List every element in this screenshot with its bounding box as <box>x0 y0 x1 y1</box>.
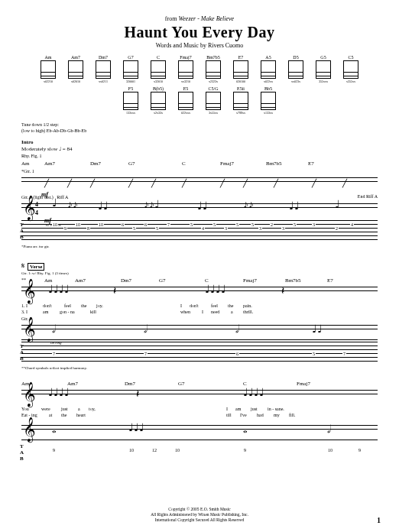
verse2-tab: TAB 9 10 12 10 9 10 9 <box>21 442 378 465</box>
intro-footnote: *Piano arr. for gtr. <box>21 245 378 248</box>
verse2-staff-vocal: 𝄞 ♩♩♩♩ 𝄽 ♩♩♩♩ <box>21 387 378 405</box>
rhy-fig-label: Rhy. Fig. 1 <box>21 154 378 158</box>
chord-Am7: Am7x02010 <box>66 55 86 83</box>
verse2-chords: Am Am7 Dm7 G7 C Fmaj7 <box>21 381 378 387</box>
tab-label-icon: TAB <box>20 343 24 362</box>
treble-clef-icon: 𝄞 <box>23 319 36 340</box>
intro-chords: Am Am7 Dm7 G7 C Fmaj7 Bm7b5 E7 End Rhy. … <box>21 161 378 167</box>
verse1-lyrics-b: 3. I am gon - na kill when I need a thri… <box>21 310 378 314</box>
treble-clef-icon: 𝄞 <box>23 281 36 302</box>
chord-Bm7b5: Bm7b5x2323x <box>203 55 223 83</box>
album-line: from Weezer - Make Believe <box>21 15 378 22</box>
copy-l2: All Rights Administered by Wixen Music P… <box>0 512 399 517</box>
verse-label: Verse <box>28 263 44 271</box>
page-number: 1 <box>377 516 381 524</box>
chord-A5: A5x022xx <box>258 55 278 83</box>
chord-G5: G5355xxx <box>313 55 333 83</box>
gtr1-label: *Gtr. 1 <box>21 169 378 174</box>
chord-C5G: C5/G3x55xx <box>203 86 223 115</box>
verse1-lyrics-a: 1. I don't feel the joy. I don't feel th… <box>21 303 378 308</box>
chord-G7: G7320001 <box>121 55 141 83</box>
copy-l1: Copyright © 2005 E.O. Smith Music <box>0 507 399 512</box>
verse2-lyrics-a: You were just a toy, I am just in - sane… <box>21 407 378 411</box>
treble-clef-icon: 𝄞 <box>23 419 36 440</box>
treble-clef-icon: 𝄞 <box>23 384 36 405</box>
tuning-l1: Tune down 1/2 step: <box>21 122 378 128</box>
tuning-l2: (low to high) Eb-Ab-Db-Gb-Bb-Eb <box>21 128 378 135</box>
verse2-staff-gtr2: 𝄞 𝅝 ♩♩♩ 𝅝 𝅗𝅥 <box>21 422 378 440</box>
verse1-gtr2: Gtr. 2 <box>21 316 378 321</box>
verse1-staff-vocal: 𝄞 ♩♩♩♩ 𝄽 ♩♩♩♩ 𝄽 <box>21 284 378 302</box>
chord-diagrams: Amx02210 Am7x02010 Dm7xx0211 G7320001 Cx… <box>31 55 368 115</box>
intro-tab: TAB 10 9 10 8 10 6 5 6 5 7 5 4 5 3 5 5 3… <box>21 220 378 243</box>
verse1-chords: **Am Am7 Dm7 G7 C Fmaj7 Bm7b5 E7 <box>21 277 378 284</box>
copyright: Copyright © 2005 E.O. Smith Music All Ri… <box>0 507 399 523</box>
treble-clef-icon: 𝄞 <box>23 197 36 219</box>
chord-C5: C5x355xx <box>341 55 361 83</box>
verse1-tab: TAB 7 7 6 5 7 <box>21 342 378 365</box>
tab-label-icon: TAB <box>20 222 24 240</box>
verse1-staff-gtr2: 𝄞 𝅗𝅥 𝅗𝅥 𝅗𝅥 ♩♩ let ring <box>21 322 378 340</box>
chord-Am: Amx02210 <box>38 55 58 83</box>
chord-E5: E5022xxx <box>176 86 196 115</box>
verse-sub: Gtr. 1: w/ Rhy. Fig. 1 (3 times) <box>21 271 378 275</box>
chord-C: Cx32010 <box>148 55 168 83</box>
time-sig: 44 <box>35 200 38 217</box>
intro-staff-gtr2: 𝄞 44 ♩ ♪♪ ♩♩ ♪♪♩ ♩♩ ♪♪ ♩♩ ♩ mf End Riff … <box>21 200 378 219</box>
header: from Weezer - Make Believe Haunt You Eve… <box>21 15 378 49</box>
from-text: from <box>165 15 177 22</box>
end-riffa: End Riff A <box>358 194 378 199</box>
chord-Bb5b: B(b5)x2x33x <box>148 86 168 115</box>
intro-staff-gtr1: ╱ ╱ ╱ ╱ ╱ ╱ ╱ ╱ ╱ ╱ ╱ mf <box>21 174 378 193</box>
tempo: Moderately slow ♩ = 84 <box>21 146 378 152</box>
chord-D5: D5xx023x <box>286 55 306 83</box>
segno-icon: 𝄋 <box>21 261 24 270</box>
tuning: Tune down 1/2 step: (low to high) Eb-Ab-… <box>21 122 378 135</box>
chord-E5ii: E5iix799xx <box>231 86 251 115</box>
tab-label-icon: TAB <box>20 443 24 462</box>
copy-l3: International Copyright Secured All Righ… <box>0 517 399 523</box>
song-title: Haunt You Every Day <box>21 24 378 41</box>
chord-F5: F5133xxx <box>121 86 141 115</box>
intro-label: Intro <box>21 139 378 145</box>
verse-section: 𝄋 Verse Gtr. 1: w/ Rhy. Fig. 1 (3 times) <box>21 258 378 275</box>
chord-E7: E7020100 <box>231 55 251 83</box>
chord-Fmaj7: Fmaj7xx3210 <box>176 55 196 83</box>
chord-Bb5: Bb5x133xx <box>258 86 278 115</box>
dyn-mf: mf <box>41 191 48 198</box>
verse2-lyrics-b: Eat - ing at the heart till I've had my … <box>21 413 378 417</box>
credit-line: Words and Music by Rivers Cuomo <box>21 42 378 49</box>
album-text: Weezer - Make Believe <box>178 15 234 22</box>
chord-Dm7: Dm7xx0211 <box>93 55 113 83</box>
chord-footnote: **Chord symbols reflect implied harmony. <box>21 366 378 370</box>
